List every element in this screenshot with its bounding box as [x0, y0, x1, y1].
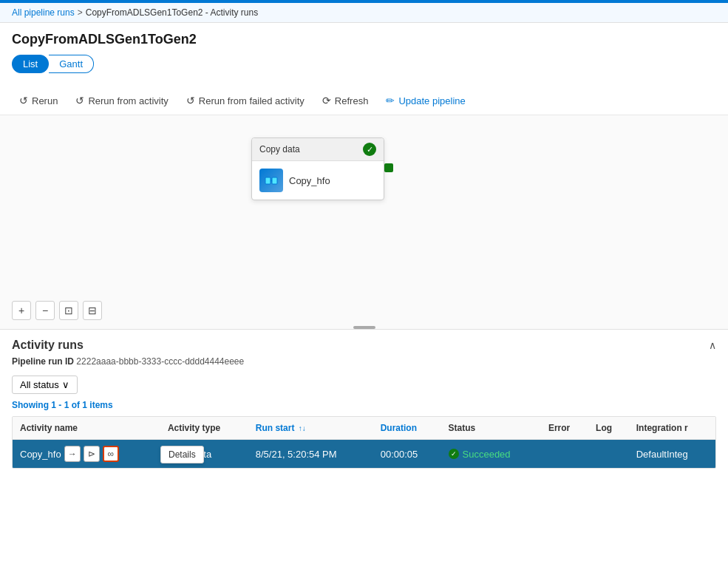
- cell-integration: DefaultInteg: [629, 440, 715, 469]
- breadcrumb-current: CopyFromADLSGen1ToGen2 - Activity runs: [86, 7, 258, 18]
- row-actions: → ⊳ ∞: [64, 446, 119, 462]
- pipeline-run-id-value: 2222aaaa-bbbb-3333-cccc-dddd4444eeee: [76, 356, 244, 367]
- filter-row: All status ∨: [12, 373, 716, 400]
- showing-count: Showing 1 - 1 of 1 items: [12, 400, 716, 416]
- page-title: CopyFromADLSGen1ToGen2: [12, 32, 716, 47]
- col-integration: Integration r: [629, 417, 715, 440]
- details-tooltip: Details: [160, 446, 204, 463]
- activity-card-header: Copy data ✓: [252, 138, 384, 161]
- cell-run-start: 8/5/21, 5:20:54 PM: [248, 440, 373, 469]
- rerun-icon: ↺: [19, 95, 28, 106]
- rerun-button[interactable]: ↺ Rerun: [12, 91, 65, 110]
- collapse-runs-button[interactable]: ∧: [709, 339, 716, 351]
- filter-label: All status: [20, 379, 59, 390]
- output-button[interactable]: ⊳: [84, 446, 100, 462]
- table-body: Copy_hfo → ⊳ ∞ Details Copy data 8/5/21,…: [13, 440, 715, 469]
- details-button[interactable]: ∞: [103, 446, 119, 462]
- col-duration[interactable]: Duration: [373, 417, 441, 440]
- col-activity-type: Activity type: [160, 417, 248, 440]
- refresh-button[interactable]: ⟳ Refresh: [315, 91, 376, 110]
- update-pipeline-label: Update pipeline: [398, 95, 465, 106]
- activity-card-title: Copy data: [259, 144, 300, 154]
- runs-section-title: Activity runs ∧: [12, 330, 716, 356]
- filter-chevron-icon: ∨: [62, 379, 69, 390]
- activity-runs-table: Activity name Activity type Run start ↑↓…: [13, 417, 715, 468]
- cell-activity-name: Copy_hfo → ⊳ ∞ Details: [13, 440, 160, 469]
- runs-title-text: Activity runs: [12, 339, 84, 352]
- cell-duration: 00:00:05: [373, 440, 441, 469]
- status-success-icon: ✓: [449, 449, 459, 459]
- col-status: Status: [441, 417, 541, 440]
- activity-card-name: Copy_hfo: [289, 175, 330, 186]
- view-toggle: List Gantt: [12, 55, 716, 73]
- breadcrumb-link[interactable]: All pipeline runs: [12, 7, 75, 18]
- col-activity-name: Activity name: [13, 417, 160, 440]
- canvas-area: Copy data ✓ Copy_hfo + − ⊡ ⊟: [0, 115, 728, 330]
- rerun-label: Rerun: [32, 95, 58, 106]
- list-view-button[interactable]: List: [12, 55, 49, 73]
- rerun-from-activity-button[interactable]: ↺ Rerun from activity: [68, 91, 175, 110]
- update-pipeline-icon: ✏: [386, 95, 395, 106]
- svg-rect-1: [272, 177, 277, 184]
- scroll-indicator: [353, 326, 375, 329]
- pipeline-run-id-row: Pipeline run ID 2222aaaa-bbbb-3333-cccc-…: [12, 356, 716, 373]
- page-header: CopyFromADLSGen1ToGen2 List Gantt: [0, 23, 728, 86]
- fit-button[interactable]: ⊡: [59, 301, 78, 320]
- activity-runs-table-wrapper: Activity name Activity type Run start ↑↓…: [12, 416, 716, 469]
- input-button[interactable]: →: [64, 446, 81, 462]
- col-error: Error: [541, 417, 588, 440]
- cell-status: ✓ Succeeded: [441, 440, 541, 469]
- activity-card-wrapper: Copy data ✓ Copy_hfo: [251, 137, 384, 200]
- rerun-from-failed-icon: ↺: [186, 95, 195, 106]
- cell-log: [588, 440, 629, 469]
- rerun-from-activity-icon: ↺: [75, 95, 84, 106]
- rerun-from-activity-label: Rerun from activity: [88, 95, 168, 106]
- gantt-view-button[interactable]: Gantt: [49, 55, 94, 73]
- table-row[interactable]: Copy_hfo → ⊳ ∞ Details Copy data 8/5/21,…: [13, 440, 715, 469]
- breadcrumb-separator: >: [78, 7, 83, 18]
- activity-card[interactable]: Copy data ✓ Copy_hfo: [251, 137, 384, 200]
- update-pipeline-button[interactable]: ✏ Update pipeline: [378, 91, 472, 110]
- showing-count-text: Showing 1 - 1 of 1 items: [12, 400, 113, 410]
- activity-card-body: Copy_hfo: [252, 161, 384, 200]
- pipeline-run-id-label: Pipeline run ID: [12, 356, 74, 367]
- refresh-icon: ⟳: [322, 95, 331, 106]
- frame-button[interactable]: ⊟: [83, 301, 102, 320]
- col-run-start[interactable]: Run start ↑↓: [248, 417, 373, 440]
- canvas-success-node: [384, 163, 393, 172]
- breadcrumb: All pipeline runs > CopyFromADLSGen1ToGe…: [0, 3, 728, 23]
- rerun-from-failed-label: Rerun from failed activity: [199, 95, 305, 106]
- zoom-out-button[interactable]: −: [35, 301, 55, 320]
- cell-error: [541, 440, 588, 469]
- canvas-controls: + − ⊡ ⊟: [12, 301, 102, 320]
- table-header: Activity name Activity type Run start ↑↓…: [13, 417, 715, 440]
- toolbar: ↺ Rerun ↺ Rerun from activity ↺ Rerun fr…: [0, 86, 728, 115]
- sort-icon: ↑↓: [299, 424, 306, 432]
- activity-row-name: Copy_hfo: [20, 449, 61, 460]
- status-text: Succeeded: [463, 449, 511, 460]
- activity-type-icon: [259, 169, 283, 192]
- col-log: Log: [588, 417, 629, 440]
- filter-button[interactable]: All status ∨: [12, 376, 78, 394]
- rerun-from-failed-button[interactable]: ↺ Rerun from failed activity: [179, 91, 312, 110]
- svg-rect-0: [265, 177, 271, 184]
- runs-section: Activity runs ∧ Pipeline run ID 2222aaaa…: [0, 330, 728, 469]
- activity-success-badge: ✓: [363, 143, 376, 156]
- refresh-label: Refresh: [335, 95, 369, 106]
- zoom-in-button[interactable]: +: [12, 301, 31, 320]
